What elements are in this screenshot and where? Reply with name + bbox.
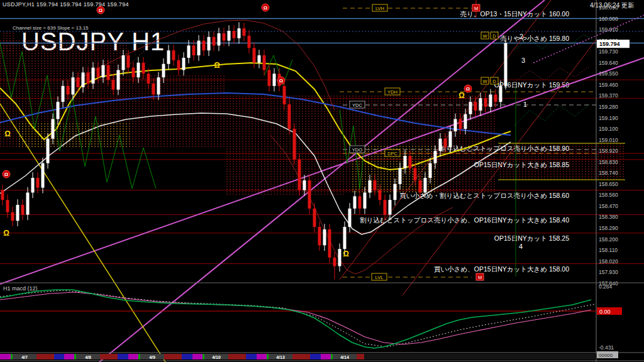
time-strip-segment[interactable]: [292, 354, 310, 359]
candle-body: [454, 119, 457, 131]
price-axis-tick: 159.640: [599, 60, 618, 66]
time-strip-segment[interactable]: [357, 354, 364, 359]
reversal-marker-glyph: Ω: [264, 5, 268, 11]
candle-body: [16, 205, 19, 221]
time-strip-segment[interactable]: [118, 354, 128, 359]
time-strip-segment[interactable]: [267, 354, 269, 359]
price-axis-tick: 158.470: [599, 203, 618, 209]
ichimoku-cloud-dots: [225, 94, 345, 196]
candle-body: [213, 37, 216, 46]
level-annotation: 割り込むとストップロス売り小さめ、OP16日NYカット大きめ 158.40: [360, 216, 569, 224]
candle-body: [197, 41, 201, 55]
candle-body: [218, 33, 221, 45]
candle-body: [328, 229, 331, 258]
price-axis-tick: 157.930: [599, 269, 618, 275]
time-strip-segment[interactable]: [310, 354, 321, 359]
time-strip-segment[interactable]: [246, 354, 257, 359]
candle-body: [353, 196, 357, 209]
candle-body: [429, 163, 432, 178]
candle-body: [499, 86, 502, 102]
time-strip-segment[interactable]: [128, 354, 138, 359]
macd-scale-bottom: -0.431: [599, 344, 614, 351]
candle-body: [152, 84, 155, 95]
candle-body: [444, 139, 447, 148]
price-axis-tick: 159.190: [599, 115, 618, 121]
time-axis-date: 4/13: [276, 355, 285, 359]
time-strip-segment[interactable]: [74, 354, 76, 359]
candle-body: [77, 77, 80, 87]
pivot-label-text: M: [474, 6, 478, 11]
candle-body: [142, 63, 145, 74]
time-strip-segment[interactable]: [36, 354, 54, 359]
candle-body: [273, 74, 276, 86]
candle-body: [414, 168, 417, 180]
candle-body: [404, 156, 407, 168]
candle-body: [479, 98, 482, 111]
candle-body: [253, 48, 256, 62]
price-axis-tick: 158.200: [599, 236, 618, 243]
omega-marker-icon: Ω: [458, 91, 465, 100]
wave-count-label: 2: [519, 33, 523, 40]
time-axis-date: 4/10: [212, 355, 221, 359]
time-strip-segment[interactable]: [182, 354, 192, 359]
candle-body: [484, 98, 487, 107]
candle-body: [419, 180, 422, 193]
pivot-label-text: YDC: [352, 102, 362, 108]
time-strip-segment[interactable]: [0, 354, 11, 359]
macd-dotted-line: [0, 290, 594, 347]
time-strip-segment[interactable]: [203, 354, 204, 359]
pivot-label-text: DPC: [387, 151, 397, 156]
time-strip-segment[interactable]: [11, 354, 13, 359]
candle-body: [112, 80, 115, 90]
candle-body: [379, 190, 382, 200]
time-strip-segment[interactable]: [331, 354, 333, 359]
candle-body: [62, 86, 65, 102]
pivot-label-text: D: [492, 33, 496, 39]
time-strip-segment[interactable]: [100, 354, 118, 359]
price-axis-tick: 160.090: [599, 4, 618, 11]
time-strip-segment[interactable]: [64, 354, 74, 359]
candle-body: [177, 60, 180, 70]
candle-body: [268, 70, 271, 85]
time-strip-segment[interactable]: [164, 354, 182, 359]
candle-body: [434, 151, 437, 163]
time-strip-segment[interactable]: [54, 354, 64, 359]
candle-body: [318, 227, 321, 245]
candle-body: [192, 45, 196, 55]
candle-body: [323, 229, 326, 245]
pivot-label-text: LVH: [375, 6, 384, 11]
time-strip-segment[interactable]: [257, 354, 267, 359]
price-axis-tick: 158.110: [599, 247, 618, 253]
time-strip-segment[interactable]: [138, 354, 140, 359]
candle-body: [308, 180, 311, 209]
time-strip-segment[interactable]: [364, 354, 596, 359]
candle-body: [223, 33, 226, 41]
candle-body: [107, 65, 110, 80]
time-strip-segment[interactable]: [321, 354, 331, 359]
candle-body: [42, 163, 45, 188]
price-axis-tick: 159.280: [599, 104, 618, 110]
pivot-label-text: D: [492, 79, 496, 84]
wave-count-label: 3: [521, 57, 525, 64]
time-strip-segment[interactable]: [192, 354, 203, 359]
time-axis-date: 4/7: [21, 355, 28, 359]
candle-body: [449, 131, 452, 147]
omega-marker-icon: Ω: [214, 61, 220, 70]
candle-body: [288, 104, 291, 129]
time-strip-segment[interactable]: [228, 354, 246, 359]
price-axis-tick: 158.020: [599, 258, 618, 265]
candle-body: [92, 68, 95, 84]
candle-body: [243, 28, 246, 36]
omega-marker-icon: Ω: [3, 229, 9, 238]
candle-body: [26, 192, 30, 214]
level-annotation: 買い小さめ、OP15日NYカット大きめ 158.00: [434, 265, 569, 273]
reversal-marker-glyph: Ω: [466, 86, 470, 92]
candle-body: [117, 70, 120, 89]
chart-canvas[interactable]: 売り。OP13・15日NYカット 160.00売りやや小さめ 159.80OP1…: [0, 0, 644, 362]
candle-body: [358, 196, 362, 209]
candle-body: [36, 178, 40, 188]
candle-body: [187, 45, 191, 58]
macd-extra-text: 00000: [599, 353, 613, 358]
candle-body: [409, 156, 412, 168]
candle-body: [132, 68, 135, 78]
